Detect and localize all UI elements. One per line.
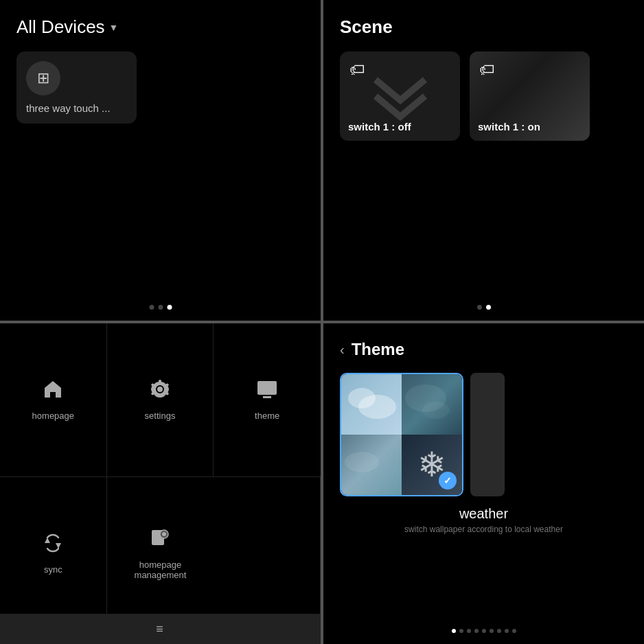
hamburger-icon[interactable]: ≡ [156,622,165,636]
theme-grid[interactable]: ❄ ✓ [340,373,463,496]
svg-point-5 [162,532,166,536]
sync-icon [42,532,64,559]
theme-dot-4 [482,629,486,633]
theme-dot-3 [474,629,479,633]
theme-dot-8 [512,629,516,633]
scene-card-off[interactable]: 🏷 switch 1 : off [340,51,460,141]
theme-grid-container: ❄ ✓ [340,373,628,496]
theme-cell-2 [402,374,462,435]
tag-icon-on: 🏷 [479,61,494,79]
menu-item-settings[interactable]: settings [107,323,214,477]
scene-card-on[interactable]: 🏷 switch 1 : on [470,51,590,141]
device-name: three way touch ... [26,102,111,114]
settings-icon [149,378,171,405]
menu-homepage-management-label: homepagemanagement [135,560,187,580]
svg-point-0 [157,387,163,392]
theme-header: ‹ Theme [340,340,628,359]
theme-dot-7 [505,629,509,633]
svg-rect-1 [257,381,277,395]
dot-1 [149,305,154,310]
theme-dot-5 [490,629,494,633]
dot-3 [167,305,172,310]
menu-item-theme[interactable]: theme [214,323,321,477]
menu-theme-label: theme [255,411,279,421]
device-card[interactable]: ⊞ three way touch ... [16,51,137,124]
device-icon-wrap: ⊞ [26,61,60,95]
menu-item-homepage[interactable]: homepage [0,323,107,477]
homepage-management-icon [149,527,171,554]
all-devices-header: All Devices ▼ [16,16,304,38]
theme-cell-3 [341,435,402,495]
menu-item-sync[interactable]: sync [0,477,107,631]
menu-settings-label: settings [145,411,176,421]
menu-grid: homepage settings theme [0,323,321,630]
theme-dot-6 [497,629,501,633]
back-button[interactable]: ‹ [340,342,345,358]
menu-sync-label: sync [44,564,62,575]
scene-pagination-dots [477,305,491,310]
theme-pagination-dots [452,629,516,633]
all-devices-caret[interactable]: ▼ [109,22,119,33]
theme-icon [256,378,278,405]
scene-header: Scene [340,16,628,38]
theme-dot-2 [467,629,471,633]
menu-item-homepage-management[interactable]: homepagemanagement [107,477,214,631]
dot-2 [158,305,163,310]
theme-title: Theme [352,340,404,359]
bottom-bar: ≡ [0,614,321,644]
menu-homepage-label: homepage [32,411,74,421]
homepage-icon [42,378,64,405]
theme-cell-1 [341,374,402,435]
menu-item-empty [214,477,321,631]
scene-on-label: switch 1 : on [478,121,582,133]
pagination-dots [149,305,172,310]
selected-checkmark: ✓ [439,472,457,490]
panel-theme: ‹ Theme ❄ ✓ weather switch wallpaper acc… [323,323,644,644]
scene-dot-2 [486,305,491,310]
panel-menu: homepage settings theme [0,323,321,644]
theme-description: switch wallpaper according to local weat… [340,525,628,534]
theme-name: weather [340,506,628,522]
svg-rect-2 [263,396,271,398]
scene-cards-container: 🏷 switch 1 : off 🏷 switch 1 : on [340,51,628,141]
scene-title: Scene [340,16,393,38]
theme-dot-1 [459,629,463,633]
theme-info: weather switch wallpaper according to lo… [340,506,628,534]
theme-next-preview [470,373,505,496]
panel-scene: Scene 🏷 switch 1 : off 🏷 switch 1 : on [323,0,644,321]
barcode-icon: ⊞ [37,69,49,87]
panel-all-devices: All Devices ▼ ⊞ three way touch ... [0,0,321,321]
theme-dot-0 [452,629,456,633]
scene-off-label: switch 1 : off [348,121,452,133]
all-devices-title: All Devices [16,16,105,38]
scene-dot-1 [477,305,482,310]
tag-icon-off: 🏷 [349,61,365,79]
